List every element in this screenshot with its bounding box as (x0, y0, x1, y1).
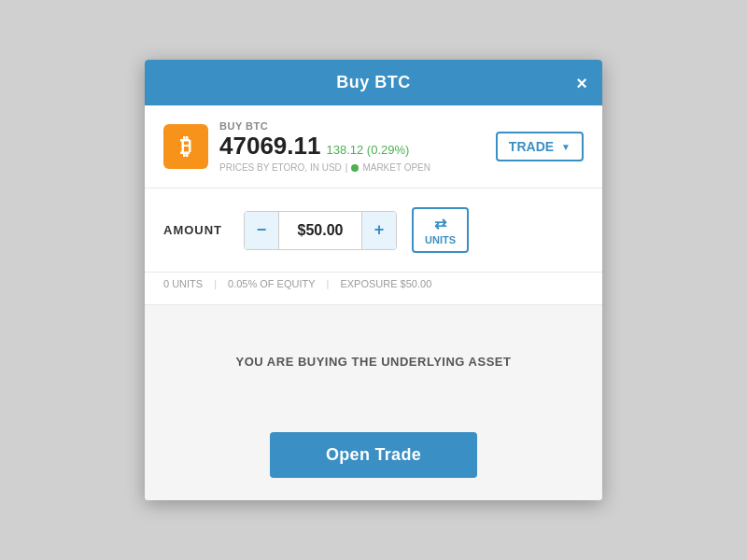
btc-icon: ₿ (163, 124, 208, 169)
asset-price: 47069.11 (219, 132, 320, 161)
amount-label: AMOUNT (163, 223, 229, 237)
units-toggle-button[interactable]: ⇄ UNITS (412, 207, 469, 253)
switch-icon: ⇄ (434, 215, 446, 232)
modal-header: Buy BTC × (145, 60, 602, 105)
buy-btc-modal: Buy BTC × ₿ BUY BTC 47069.11 138.12 (0.2… (145, 60, 602, 500)
separator-1: | (214, 278, 217, 289)
decrease-button[interactable]: − (245, 212, 278, 249)
separator: | (345, 162, 348, 173)
trade-label: TRADE (509, 139, 554, 154)
units-label: UNITS (425, 234, 456, 245)
modal-footer: Open Trade (145, 417, 602, 500)
open-trade-button[interactable]: Open Trade (270, 432, 477, 478)
prices-by-label: PRICES BY ETORO, IN USD (219, 162, 342, 173)
increase-button[interactable]: + (362, 212, 396, 249)
asset-buy-label: BUY BTC (219, 120, 430, 132)
exposure: EXPOSURE $50.00 (340, 278, 431, 289)
market-status: MARKET OPEN (362, 162, 430, 173)
market-open-dot (351, 164, 359, 172)
trade-dropdown[interactable]: TRADE ▼ (496, 132, 584, 161)
units-count: 0 UNITS (163, 278, 203, 289)
asset-meta: PRICES BY ETORO, IN USD | MARKET OPEN (219, 162, 430, 173)
asset-left: ₿ BUY BTC 47069.11 138.12 (0.29%) PRICES… (163, 120, 430, 173)
info-text: YOU ARE BUYING THE UNDERLYING ASSET (236, 355, 512, 369)
asset-change: 138.12 (0.29%) (326, 143, 409, 157)
info-section: YOU ARE BUYING THE UNDERLYING ASSET (145, 305, 602, 417)
amount-controls: − $50.00 + (244, 211, 397, 250)
close-button[interactable]: × (576, 74, 587, 92)
asset-section: ₿ BUY BTC 47069.11 138.12 (0.29%) PRICES… (145, 105, 602, 189)
amount-section: AMOUNT − $50.00 + ⇄ UNITS (145, 189, 602, 273)
asset-info: BUY BTC 47069.11 138.12 (0.29%) PRICES B… (219, 120, 430, 173)
chevron-down-icon: ▼ (561, 142, 571, 152)
asset-price-row: 47069.11 138.12 (0.29%) (219, 132, 430, 161)
amount-value: $50.00 (278, 212, 362, 249)
separator-2: | (327, 278, 330, 289)
equity-pct: 0.05% OF EQUITY (228, 278, 316, 289)
amount-details: 0 UNITS | 0.05% OF EQUITY | EXPOSURE $50… (145, 273, 602, 305)
modal-title: Buy BTC (336, 73, 411, 92)
